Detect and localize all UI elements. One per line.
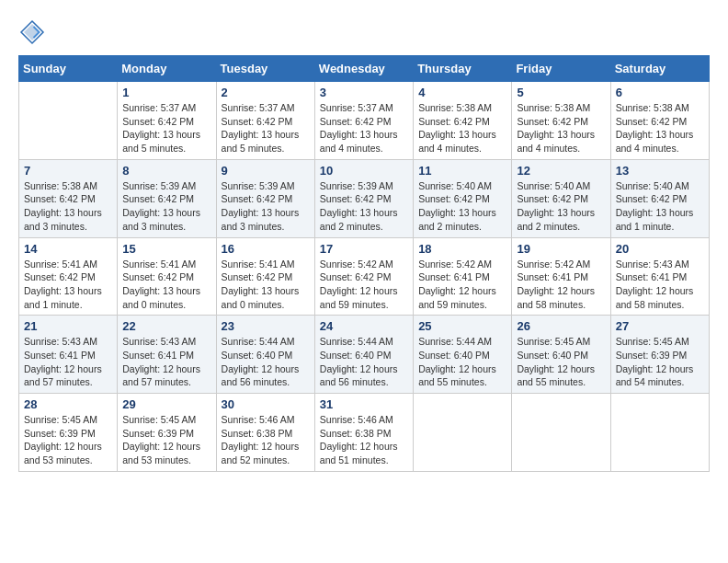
day-info: Sunrise: 5:45 AM Sunset: 6:39 PM Dayligh… [24, 413, 112, 467]
calendar-cell: 4Sunrise: 5:38 AM Sunset: 6:42 PM Daylig… [414, 82, 512, 160]
day-info: Sunrise: 5:46 AM Sunset: 6:38 PM Dayligh… [222, 413, 310, 467]
week-row-1: 1Sunrise: 5:37 AM Sunset: 6:42 PM Daylig… [19, 82, 710, 160]
header-monday: Monday [118, 56, 216, 82]
calendar-cell: 31Sunrise: 5:46 AM Sunset: 6:38 PM Dayli… [314, 394, 413, 472]
page-header [18, 18, 710, 46]
calendar-cell [19, 82, 118, 160]
calendar-cell: 6Sunrise: 5:38 AM Sunset: 6:42 PM Daylig… [610, 82, 709, 160]
day-info: Sunrise: 5:38 AM Sunset: 6:42 PM Dayligh… [616, 101, 704, 155]
day-info: Sunrise: 5:45 AM Sunset: 6:39 PM Dayligh… [616, 335, 704, 389]
calendar-cell [610, 394, 709, 472]
day-info: Sunrise: 5:41 AM Sunset: 6:42 PM Dayligh… [222, 258, 310, 312]
day-info: Sunrise: 5:45 AM Sunset: 6:39 PM Dayligh… [122, 413, 210, 467]
day-number: 1 [122, 86, 210, 99]
day-info: Sunrise: 5:44 AM Sunset: 6:40 PM Dayligh… [320, 335, 408, 389]
day-info: Sunrise: 5:45 AM Sunset: 6:40 PM Dayligh… [517, 335, 605, 389]
logo [18, 18, 50, 46]
day-info: Sunrise: 5:39 AM Sunset: 6:42 PM Dayligh… [222, 179, 310, 234]
day-info: Sunrise: 5:42 AM Sunset: 6:41 PM Dayligh… [418, 258, 506, 312]
day-number: 27 [616, 319, 704, 333]
day-number: 16 [222, 242, 310, 256]
calendar-cell: 18Sunrise: 5:42 AM Sunset: 6:41 PM Dayli… [414, 237, 512, 316]
calendar-cell: 5Sunrise: 5:38 AM Sunset: 6:42 PM Daylig… [512, 82, 610, 160]
day-number: 15 [122, 242, 210, 256]
week-row-3: 14Sunrise: 5:41 AM Sunset: 6:42 PM Dayli… [19, 237, 710, 316]
calendar-cell: 19Sunrise: 5:42 AM Sunset: 6:41 PM Dayli… [512, 237, 610, 316]
calendar-cell: 16Sunrise: 5:41 AM Sunset: 6:42 PM Dayli… [216, 237, 314, 316]
calendar-cell: 25Sunrise: 5:44 AM Sunset: 6:40 PM Dayli… [414, 316, 512, 394]
day-info: Sunrise: 5:38 AM Sunset: 6:42 PM Dayligh… [418, 101, 506, 155]
calendar-cell: 23Sunrise: 5:44 AM Sunset: 6:40 PM Dayli… [216, 316, 314, 394]
calendar-cell: 26Sunrise: 5:45 AM Sunset: 6:40 PM Dayli… [512, 316, 610, 394]
day-number: 22 [122, 319, 210, 333]
calendar-header-row: SundayMondayTuesdayWednesdayThursdayFrid… [19, 56, 710, 82]
day-info: Sunrise: 5:38 AM Sunset: 6:42 PM Dayligh… [517, 101, 605, 155]
calendar-cell: 14Sunrise: 5:41 AM Sunset: 6:42 PM Dayli… [19, 237, 118, 316]
day-info: Sunrise: 5:42 AM Sunset: 6:41 PM Dayligh… [517, 258, 605, 312]
day-number: 6 [616, 86, 704, 99]
day-number: 2 [222, 86, 310, 99]
calendar-cell: 1Sunrise: 5:37 AM Sunset: 6:42 PM Daylig… [118, 82, 216, 160]
day-info: Sunrise: 5:43 AM Sunset: 6:41 PM Dayligh… [24, 335, 112, 389]
header-wednesday: Wednesday [314, 56, 413, 82]
day-info: Sunrise: 5:40 AM Sunset: 6:42 PM Dayligh… [616, 179, 704, 234]
day-info: Sunrise: 5:42 AM Sunset: 6:42 PM Dayligh… [320, 258, 408, 312]
header-tuesday: Tuesday [216, 56, 314, 82]
day-info: Sunrise: 5:38 AM Sunset: 6:42 PM Dayligh… [24, 179, 112, 234]
day-number: 12 [517, 164, 605, 178]
calendar-cell: 17Sunrise: 5:42 AM Sunset: 6:42 PM Dayli… [314, 237, 413, 316]
calendar-cell: 20Sunrise: 5:43 AM Sunset: 6:41 PM Dayli… [610, 237, 709, 316]
day-info: Sunrise: 5:41 AM Sunset: 6:42 PM Dayligh… [24, 258, 112, 312]
day-number: 3 [320, 86, 408, 99]
header-friday: Friday [512, 56, 610, 82]
logo-icon [18, 18, 46, 46]
day-number: 11 [418, 164, 506, 178]
day-number: 8 [122, 164, 210, 178]
day-number: 5 [517, 86, 605, 99]
day-info: Sunrise: 5:41 AM Sunset: 6:42 PM Dayligh… [122, 258, 210, 312]
day-number: 14 [24, 242, 112, 256]
day-number: 28 [24, 397, 112, 411]
calendar-cell: 30Sunrise: 5:46 AM Sunset: 6:38 PM Dayli… [216, 394, 314, 472]
calendar-cell: 12Sunrise: 5:40 AM Sunset: 6:42 PM Dayli… [512, 159, 610, 237]
week-row-4: 21Sunrise: 5:43 AM Sunset: 6:41 PM Dayli… [19, 316, 710, 394]
calendar-cell: 9Sunrise: 5:39 AM Sunset: 6:42 PM Daylig… [216, 159, 314, 237]
calendar-cell [414, 394, 512, 472]
day-info: Sunrise: 5:39 AM Sunset: 6:42 PM Dayligh… [320, 179, 408, 234]
day-info: Sunrise: 5:44 AM Sunset: 6:40 PM Dayligh… [418, 335, 506, 389]
day-number: 7 [24, 164, 112, 178]
day-number: 18 [418, 242, 506, 256]
day-number: 24 [320, 319, 408, 333]
day-info: Sunrise: 5:43 AM Sunset: 6:41 PM Dayligh… [122, 335, 210, 389]
calendar-cell: 22Sunrise: 5:43 AM Sunset: 6:41 PM Dayli… [118, 316, 216, 394]
day-info: Sunrise: 5:46 AM Sunset: 6:38 PM Dayligh… [320, 413, 408, 467]
day-number: 25 [418, 319, 506, 333]
day-info: Sunrise: 5:40 AM Sunset: 6:42 PM Dayligh… [517, 179, 605, 234]
day-number: 20 [616, 242, 704, 256]
calendar-cell: 15Sunrise: 5:41 AM Sunset: 6:42 PM Dayli… [118, 237, 216, 316]
day-number: 13 [616, 164, 704, 178]
week-row-5: 28Sunrise: 5:45 AM Sunset: 6:39 PM Dayli… [19, 394, 710, 472]
calendar-cell: 21Sunrise: 5:43 AM Sunset: 6:41 PM Dayli… [19, 316, 118, 394]
calendar-cell: 27Sunrise: 5:45 AM Sunset: 6:39 PM Dayli… [610, 316, 709, 394]
calendar-cell: 10Sunrise: 5:39 AM Sunset: 6:42 PM Dayli… [314, 159, 413, 237]
calendar-cell: 24Sunrise: 5:44 AM Sunset: 6:40 PM Dayli… [314, 316, 413, 394]
header-thursday: Thursday [414, 56, 512, 82]
day-number: 21 [24, 319, 112, 333]
day-number: 9 [222, 164, 310, 178]
day-number: 17 [320, 242, 408, 256]
calendar-cell: 2Sunrise: 5:37 AM Sunset: 6:42 PM Daylig… [216, 82, 314, 160]
header-saturday: Saturday [610, 56, 709, 82]
day-number: 26 [517, 319, 605, 333]
day-info: Sunrise: 5:39 AM Sunset: 6:42 PM Dayligh… [122, 179, 210, 234]
day-info: Sunrise: 5:37 AM Sunset: 6:42 PM Dayligh… [222, 101, 310, 155]
day-info: Sunrise: 5:37 AM Sunset: 6:42 PM Dayligh… [320, 101, 408, 155]
week-row-2: 7Sunrise: 5:38 AM Sunset: 6:42 PM Daylig… [19, 159, 710, 237]
calendar-cell: 28Sunrise: 5:45 AM Sunset: 6:39 PM Dayli… [19, 394, 118, 472]
calendar-cell: 8Sunrise: 5:39 AM Sunset: 6:42 PM Daylig… [118, 159, 216, 237]
day-number: 4 [418, 86, 506, 99]
calendar-cell: 13Sunrise: 5:40 AM Sunset: 6:42 PM Dayli… [610, 159, 709, 237]
day-number: 19 [517, 242, 605, 256]
day-number: 29 [122, 397, 210, 411]
calendar-cell: 29Sunrise: 5:45 AM Sunset: 6:39 PM Dayli… [118, 394, 216, 472]
